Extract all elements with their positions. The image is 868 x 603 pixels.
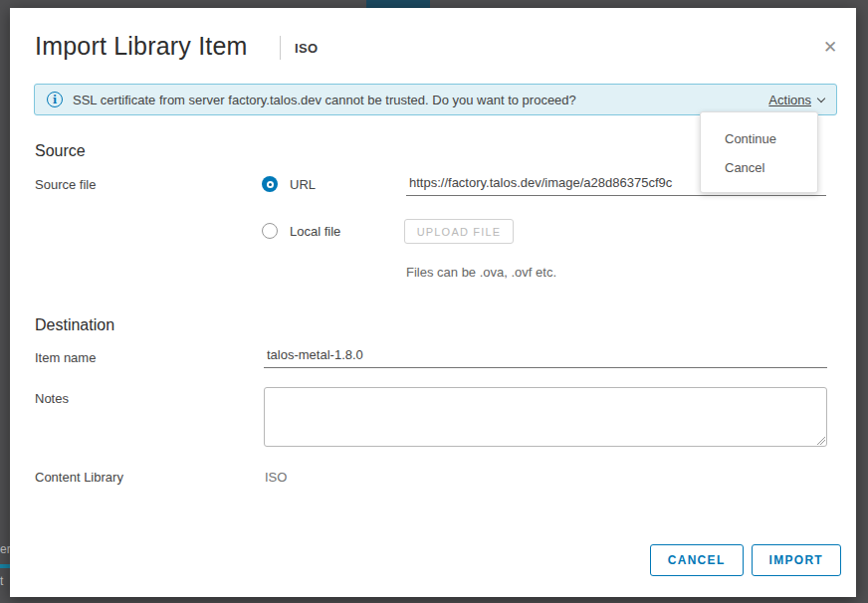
local-file-radio-label: Local file bbox=[290, 224, 340, 239]
notes-label: Notes bbox=[35, 391, 69, 406]
local-file-radio-option[interactable]: Local file bbox=[262, 223, 340, 239]
background-page-fragment: t bbox=[0, 574, 8, 589]
upload-file-button[interactable]: UPLOAD FILE bbox=[404, 219, 514, 244]
import-button[interactable]: IMPORT bbox=[752, 544, 841, 576]
radio-selected-icon[interactable] bbox=[262, 176, 278, 192]
dialog-footer: CANCEL IMPORT bbox=[650, 544, 841, 576]
url-radio-option[interactable]: URL bbox=[262, 176, 316, 192]
menu-item-cancel[interactable]: Cancel bbox=[701, 153, 817, 182]
actions-menu: Continue Cancel bbox=[700, 111, 818, 193]
title-divider bbox=[280, 36, 281, 60]
chevron-down-icon bbox=[817, 94, 825, 101]
dialog-title: Import Library Item bbox=[35, 32, 248, 61]
source-file-label: Source file bbox=[35, 177, 96, 192]
file-types-hint: Files can be .ova, .ovf etc. bbox=[406, 265, 556, 280]
destination-section-heading: Destination bbox=[35, 316, 114, 334]
close-icon[interactable]: ✕ bbox=[817, 34, 843, 60]
content-library-value: ISO bbox=[265, 470, 287, 485]
dialog-subtitle-library-name: ISO bbox=[295, 41, 319, 56]
textarea-resize-handle[interactable] bbox=[817, 437, 825, 445]
radio-unselected-icon[interactable] bbox=[262, 223, 278, 239]
cancel-button[interactable]: CANCEL bbox=[650, 544, 744, 576]
content-library-label: Content Library bbox=[35, 470, 123, 485]
ssl-warning-text: SSL certificate from server factory.talo… bbox=[73, 93, 768, 107]
background-page-fragment-line bbox=[0, 564, 10, 568]
import-library-item-dialog: Import Library Item ISO ✕ i SSL certific… bbox=[10, 8, 856, 597]
actions-dropdown-trigger[interactable]: Actions bbox=[768, 93, 824, 107]
background-page-accent-bar bbox=[366, 0, 430, 8]
notes-textarea[interactable] bbox=[264, 387, 827, 447]
info-icon: i bbox=[47, 92, 63, 107]
item-name-label: Item name bbox=[35, 350, 96, 365]
source-section-heading: Source bbox=[35, 142, 86, 160]
actions-label: Actions bbox=[768, 93, 811, 107]
menu-item-continue[interactable]: Continue bbox=[701, 124, 817, 153]
item-name-input[interactable] bbox=[264, 347, 827, 368]
background-page-fragment: er bbox=[0, 542, 10, 558]
url-radio-label: URL bbox=[290, 177, 316, 192]
